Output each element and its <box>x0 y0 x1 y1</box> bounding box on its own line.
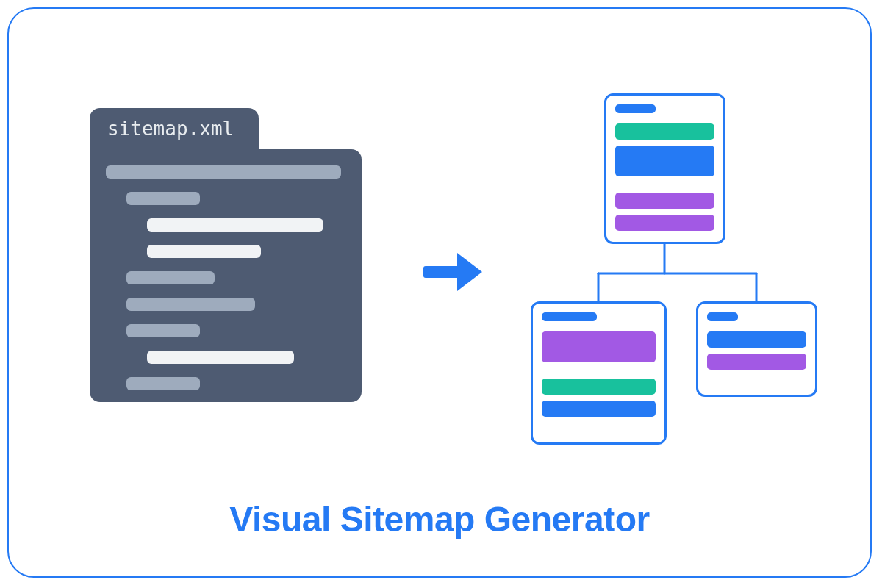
code-line <box>147 218 323 232</box>
code-line <box>126 192 200 205</box>
file-body <box>90 149 362 402</box>
node-bar <box>707 312 738 321</box>
node-bar <box>542 379 656 395</box>
code-line <box>126 271 215 284</box>
file-name: sitemap.xml <box>107 118 234 140</box>
node-bar <box>615 193 714 209</box>
sitemap-root-node <box>604 93 725 244</box>
svg-rect-0 <box>423 266 462 278</box>
sitemap-child-node <box>531 301 667 445</box>
node-bar <box>542 401 656 417</box>
sitemap-diagram <box>531 93 825 446</box>
node-bar <box>542 331 656 362</box>
arrow-right-icon <box>420 250 487 294</box>
code-line <box>126 324 200 337</box>
code-line <box>126 298 255 311</box>
diagram-frame: sitemap.xml <box>7 7 872 578</box>
code-line <box>106 165 341 179</box>
sitemap-file-icon: sitemap.xml <box>90 108 362 402</box>
node-bar <box>707 354 806 370</box>
code-line <box>126 377 200 390</box>
node-bar <box>542 312 597 321</box>
node-bar <box>707 331 806 348</box>
node-bar <box>615 104 656 113</box>
code-line <box>147 351 294 364</box>
code-line <box>147 245 261 258</box>
node-bar <box>615 215 714 231</box>
diagram-title: Visual Sitemap Generator <box>9 499 870 539</box>
node-bar <box>615 123 714 140</box>
node-bar <box>615 146 714 176</box>
file-tab: sitemap.xml <box>90 108 259 149</box>
sitemap-child-node <box>696 301 817 397</box>
